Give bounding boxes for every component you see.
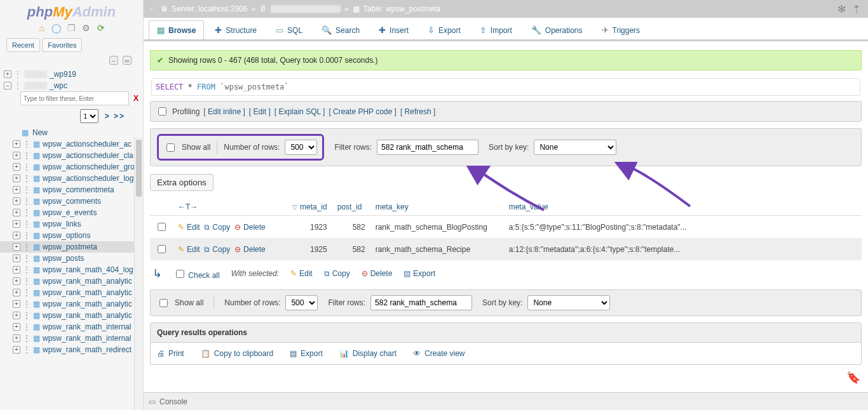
columns-icon[interactable]: ⋮ (23, 334, 31, 343)
sidebar-table-row[interactable]: +⋮▦wpsw_rank_math_internal (0, 333, 143, 344)
nav-scrollbar-thumb[interactable] (136, 140, 142, 197)
settings-icon[interactable]: ⚙ (81, 23, 92, 33)
expand-table-icon[interactable]: + (13, 346, 20, 354)
row-delete[interactable]: ⊖ Delete (234, 223, 266, 232)
sidebar-table-row[interactable]: +⋮▦wpsw_comments (0, 195, 143, 207)
docs-icon[interactable]: ❐ (67, 23, 77, 33)
num-rows-select-top[interactable]: 500 (285, 140, 317, 155)
col-meta-id[interactable]: meta_id (300, 202, 327, 211)
tab-import[interactable]: ⇧ Import (471, 20, 520, 39)
columns-icon[interactable]: ⋮ (23, 345, 31, 354)
sidebar-table-row[interactable]: +⋮▦wpsw_actionscheduler_cla (0, 150, 143, 161)
edit-sql-link[interactable]: Edit (253, 107, 266, 116)
page-refresh-icon[interactable]: ⇡ (852, 3, 860, 15)
collapse-nav-icon[interactable]: ← (149, 4, 156, 13)
expand-table-icon[interactable]: + (13, 277, 20, 285)
columns-icon[interactable]: ⋮ (23, 322, 31, 331)
tab-export[interactable]: ⇩ Export (419, 20, 469, 39)
sidebar-table-row[interactable]: +⋮▦wpsw_links (0, 218, 143, 230)
sort-by-key-select-bottom[interactable]: None (527, 295, 610, 310)
columns-icon[interactable]: ⋮ (23, 254, 31, 263)
sidebar-table-row[interactable]: +⋮▦wpsw_rank_math_analytic (0, 275, 143, 287)
columns-icon[interactable]: ⋮ (23, 288, 31, 297)
columns-icon[interactable]: ⋮ (23, 162, 31, 171)
filter-clear[interactable]: X (132, 94, 140, 103)
expand-table-icon[interactable]: + (13, 300, 20, 308)
console-bar[interactable]: ▭ Console (144, 392, 868, 410)
nav-scrollbar[interactable] (134, 137, 143, 410)
masked-db-breadcrumb[interactable] (271, 5, 341, 13)
expand-table-icon[interactable]: + (13, 266, 20, 274)
expand-table-icon[interactable]: + (13, 152, 20, 159)
logout-icon[interactable]: ◯ (51, 23, 62, 33)
bookmark-icon[interactable]: 🔖 (846, 371, 860, 385)
col-post-id[interactable]: post_id (337, 202, 362, 211)
check-all-label[interactable]: Check all (188, 271, 219, 280)
row-copy[interactable]: ⧉ Copy (204, 223, 230, 232)
columns-icon[interactable]: ⋮ (23, 242, 31, 251)
columns-icon[interactable]: ⋮ (23, 197, 31, 206)
withsel-edit[interactable]: ✎Edit (290, 269, 313, 278)
tab-triggers[interactable]: ✈ Triggers (593, 20, 649, 39)
db2-label[interactable]: _wpc (50, 81, 67, 90)
row-checkbox[interactable] (158, 245, 166, 253)
link-icon[interactable]: ∞ (123, 56, 132, 65)
expand-table-icon[interactable]: + (13, 220, 20, 228)
show-all-checkbox-bottom[interactable] (159, 299, 168, 307)
col-arrow[interactable]: ←T→ (178, 202, 198, 211)
col-meta-key[interactable]: meta_key (376, 202, 409, 211)
next-page-link[interactable]: > >> (105, 112, 125, 121)
sidebar-table-row[interactable]: +⋮▦wpsw_actionscheduler_gro (0, 161, 143, 173)
sidebar-table-row[interactable]: +⋮▦wpsw_rank_math_analytic (0, 298, 143, 310)
columns-icon[interactable]: ⋮ (23, 185, 31, 194)
sidebar-table-row[interactable]: +⋮▦wpsw_rank_math_404_log (0, 264, 143, 275)
columns-icon[interactable]: ⋮ (23, 220, 31, 228)
table-breadcrumb[interactable]: Table: wpsw_postmeta (363, 4, 440, 13)
expand-table-icon[interactable]: + (13, 312, 20, 319)
columns-icon[interactable]: ⋮ (23, 151, 31, 160)
qops-print[interactable]: 🖨Print (157, 349, 184, 358)
withsel-export[interactable]: ▤Export (403, 269, 435, 278)
row-delete[interactable]: ⊖ Delete (234, 245, 266, 254)
qops-export[interactable]: ▤Export (290, 349, 323, 358)
filter-rows-input-top[interactable] (377, 140, 478, 155)
expand-table-icon[interactable]: + (13, 209, 20, 216)
sidebar-table-row[interactable]: +⋮▦wpsw_rank_math_analytic (0, 310, 143, 321)
expand-db2-icon[interactable]: – (4, 82, 11, 89)
profiling-checkbox[interactable] (158, 107, 166, 116)
server-breadcrumb[interactable]: Server: localhost:3306 (172, 4, 247, 13)
new-table-link[interactable]: New (32, 128, 48, 137)
create-php-link[interactable]: Create PHP code (333, 107, 392, 116)
qops-clipboard[interactable]: 📋Copy to clipboard (201, 349, 273, 358)
columns-icon[interactable]: ⋮ (23, 231, 31, 240)
expand-table-icon[interactable]: + (13, 323, 20, 331)
db1-label[interactable]: _wp919 (50, 70, 76, 79)
page-settings-icon[interactable]: ✻ (837, 3, 846, 15)
sidebar-table-row[interactable]: +⋮▦wpsw_rank_math_analytic (0, 287, 143, 298)
expand-table-icon[interactable]: + (13, 186, 20, 194)
explain-link[interactable]: Explain SQL (278, 107, 320, 116)
recent-tab[interactable]: Recent (6, 38, 40, 52)
columns-icon[interactable]: ⋮ (23, 277, 31, 286)
row-edit[interactable]: ✎ Edit (178, 223, 200, 232)
edit-inline-link[interactable]: Edit inline (208, 107, 241, 116)
table-filter-input[interactable] (20, 91, 129, 105)
columns-icon[interactable]: ⋮ (23, 174, 31, 183)
show-all-checkbox-top[interactable] (166, 143, 175, 152)
sort-icon[interactable]: ▽ (292, 204, 297, 211)
sidebar-table-row[interactable]: +⋮▦wpsw_rank_math_redirect (0, 344, 143, 355)
sidebar-table-row[interactable]: +⋮▦wpsw_options (0, 230, 143, 241)
home-icon[interactable]: ⌂ (37, 23, 47, 33)
col-meta-value[interactable]: meta_value (509, 202, 548, 211)
expand-table-icon[interactable]: + (13, 243, 20, 251)
sidebar-table-row[interactable]: +⋮▦wpsw_actionscheduler_ac (0, 138, 143, 150)
refresh-link[interactable]: Refresh (405, 107, 431, 116)
expand-table-icon[interactable]: + (13, 289, 20, 296)
sidebar-table-row[interactable]: +⋮▦wpsw_e_events (0, 207, 143, 218)
tab-browse[interactable]: ▤ Browse (149, 20, 204, 39)
expand-table-icon[interactable]: + (13, 140, 20, 148)
expand-table-icon[interactable]: + (13, 175, 20, 182)
reload-icon[interactable]: ⟳ (96, 23, 106, 33)
sort-by-key-select-top[interactable]: None (534, 140, 616, 155)
row-copy[interactable]: ⧉ Copy (204, 245, 230, 254)
